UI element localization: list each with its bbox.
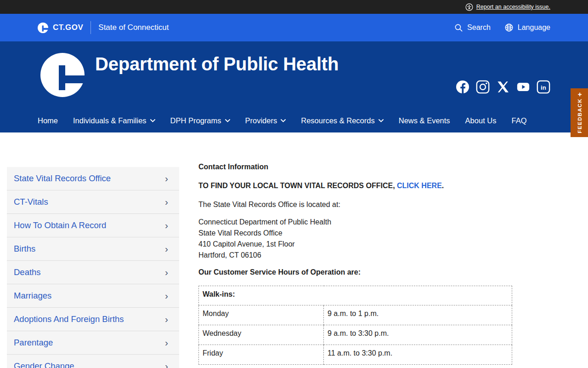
svg-text:in: in: [541, 84, 546, 91]
sidebar-item-marriages[interactable]: Marriages›: [7, 284, 179, 307]
main-content: Contact Information TO FIND YOUR LOCAL T…: [198, 163, 512, 365]
feedback-plus-icon: +: [576, 92, 583, 97]
agency-title[interactable]: Department of Public Health: [95, 51, 339, 97]
dph-logo: [40, 53, 85, 97]
sidebar-item-state-vital-records-office[interactable]: State Vital Records Office›: [7, 167, 179, 190]
feedback-label: FEEDBACK: [577, 98, 582, 133]
time-cell: 9 a.m. to 3:30 p.m.: [324, 325, 512, 345]
accessibility-issue-link[interactable]: Report an accessibility issue.: [465, 3, 550, 11]
x-twitter-icon[interactable]: [496, 80, 510, 94]
table-header-row: Walk-ins:: [199, 286, 512, 305]
time-cell: 11 a.m. to 3:30 p.m.: [324, 345, 512, 365]
find-office-line: TO FIND YOUR LOCAL TOWN VITAL RECORDS OF…: [198, 182, 512, 190]
youtube-icon[interactable]: [516, 80, 530, 94]
day-cell: Friday: [199, 345, 324, 365]
chevron-right-icon: ›: [165, 221, 168, 230]
address-line: State Vital Records Office: [198, 228, 512, 239]
linkedin-icon[interactable]: in: [537, 80, 550, 94]
chevron-down-icon: [150, 119, 155, 122]
sidebar-item-births[interactable]: Births›: [7, 237, 179, 260]
address-line: Connecticut Department of Public Health: [198, 217, 512, 228]
accessibility-bar: Report an accessibility issue.: [0, 0, 588, 14]
chevron-right-icon: ›: [165, 338, 168, 347]
facebook-icon[interactable]: [456, 80, 469, 94]
accessibility-icon: [465, 3, 473, 11]
chevron-right-icon: ›: [165, 268, 168, 277]
address-block: Connecticut Department of Public Health …: [198, 217, 512, 261]
nav-item-resources-records[interactable]: Resources & Records: [301, 116, 383, 125]
chevron-down-icon: [281, 119, 286, 122]
language-label: Language: [518, 23, 550, 32]
table-row: Monday 9 a.m. to 1 p.m.: [199, 305, 512, 325]
day-cell: Wednesday: [199, 325, 324, 345]
ctgov-brand-label: CT.GOV: [53, 23, 83, 32]
site-header: Department of Public Health: [0, 41, 588, 132]
ctgov-home-link[interactable]: CT.GOV: [38, 23, 83, 33]
sidebar-item-how-to-obtain-a-record[interactable]: How To Obtain A Record›: [7, 213, 179, 237]
click-here-link[interactable]: CLICK HERE: [397, 182, 442, 190]
located-at-line: The State Vital Records Office is locate…: [198, 201, 512, 209]
sidebar-item-adoptions-foreign-births[interactable]: Adoptions And Foreign Births›: [7, 307, 179, 331]
sidebar-nav: State Vital Records Office› CT-Vitals› H…: [7, 167, 179, 368]
instagram-icon[interactable]: [476, 80, 490, 94]
language-button[interactable]: Language: [504, 23, 550, 32]
sidebar-item-parentage[interactable]: Parentage›: [7, 331, 179, 354]
accessibility-issue-label: Report an accessibility issue.: [476, 4, 550, 10]
nav-item-providers[interactable]: Providers: [245, 116, 286, 125]
chevron-down-icon: [379, 119, 384, 122]
search-icon: [454, 23, 463, 32]
search-button[interactable]: Search: [454, 23, 491, 32]
chevron-right-icon: ›: [165, 174, 168, 183]
nav-item-news-events[interactable]: News & Events: [399, 116, 450, 125]
table-row: Friday 11 a.m. to 3:30 p.m.: [199, 345, 512, 365]
utility-bar: CT.GOV State of Connecticut Search Langu…: [0, 14, 588, 41]
nav-item-about-us[interactable]: About Us: [465, 116, 497, 125]
chevron-right-icon: ›: [165, 291, 168, 300]
address-line: Hartford, CT 06106: [198, 250, 512, 261]
chevron-right-icon: ›: [165, 197, 168, 207]
feedback-tab[interactable]: FEEDBACK +: [571, 88, 588, 137]
ctgov-logo-icon: [38, 23, 48, 33]
nav-item-individuals-families[interactable]: Individuals & Families: [73, 116, 155, 125]
nav-item-dph-programs[interactable]: DPH Programs: [170, 116, 230, 125]
site-name-label: State of Connecticut: [98, 23, 169, 32]
primary-nav: Home Individuals & Families DPH Programs…: [38, 116, 550, 125]
hours-table: Walk-ins: Monday 9 a.m. to 1 p.m. Wednes…: [198, 286, 512, 365]
sidebar-item-deaths[interactable]: Deaths›: [7, 260, 179, 284]
chevron-down-icon: [225, 119, 230, 122]
page-content: State Vital Records Office› CT-Vitals› H…: [0, 132, 588, 368]
walk-ins-header-cell: Walk-ins:: [199, 286, 512, 305]
chevron-right-icon: ›: [165, 244, 168, 253]
social-links: in: [456, 77, 550, 97]
chevron-right-icon: ›: [165, 315, 168, 324]
nav-item-home[interactable]: Home: [38, 116, 58, 125]
sidebar-item-ct-vitals[interactable]: CT-Vitals›: [7, 190, 179, 213]
sidebar-item-gender-change[interactable]: Gender Change›: [7, 354, 179, 368]
day-cell: Monday: [199, 305, 324, 325]
time-cell: 9 a.m. to 1 p.m.: [324, 305, 512, 325]
brand-divider: [90, 21, 91, 34]
nav-item-faq[interactable]: FAQ: [511, 116, 526, 125]
address-line: 410 Capitol Avenue, 1st Floor: [198, 239, 512, 250]
search-label: Search: [467, 23, 491, 32]
globe-icon: [504, 23, 514, 32]
table-row: Wednesday 9 a.m. to 3:30 p.m.: [199, 325, 512, 345]
hours-heading: Our Customer Service Hours of Operation …: [198, 268, 512, 276]
contact-information-heading: Contact Information: [198, 163, 512, 171]
chevron-right-icon: ›: [165, 362, 168, 368]
